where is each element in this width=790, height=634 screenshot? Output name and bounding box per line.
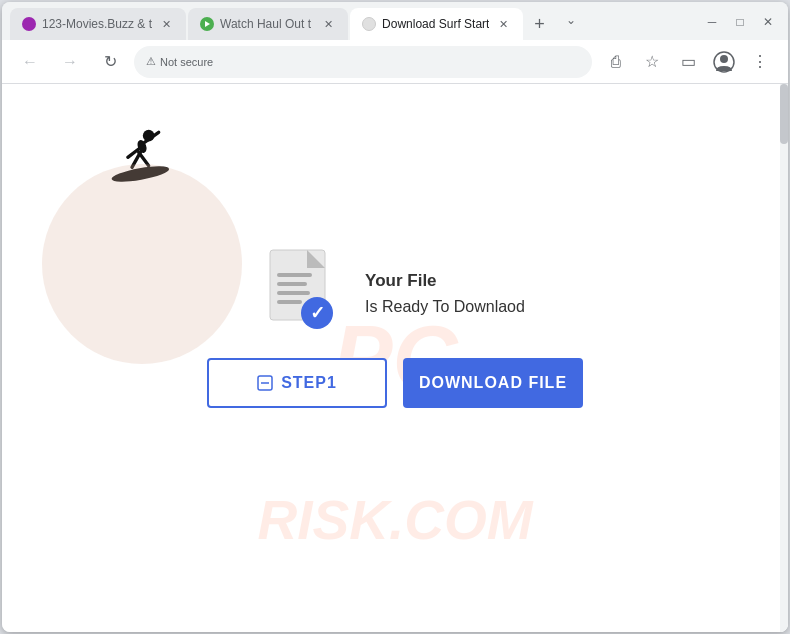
navigation-bar: ← → ↻ ⚠ Not secure ⎙ ☆ ▭ ⋮: [2, 40, 788, 84]
tab-list-button[interactable]: ⌄: [555, 4, 587, 36]
download-section: ✓ Your File Is Ready To Downlaod STEP1 D…: [207, 248, 583, 408]
tab-3-close[interactable]: ✕: [495, 16, 511, 32]
window-controls: ─ □ ✕: [700, 10, 780, 34]
bookmark-button[interactable]: ☆: [636, 46, 668, 78]
title-bar: 123-Movies.Buzz & t ✕ Watch Haul Out t ✕…: [2, 2, 788, 40]
share-button[interactable]: ⎙: [600, 46, 632, 78]
file-icon: ✓: [265, 248, 345, 338]
file-ready-line2: Is Ready To Downlaod: [365, 294, 525, 320]
svg-line-9: [139, 152, 149, 165]
scrollbar-thumb[interactable]: [780, 84, 788, 144]
tab-2-favicon: [200, 17, 214, 31]
forward-button[interactable]: →: [54, 46, 86, 78]
address-bar[interactable]: ⚠ Not secure: [134, 46, 592, 78]
svg-text:✓: ✓: [310, 303, 325, 323]
download-label: DOWNLOAD FILE: [419, 374, 567, 392]
warning-icon: ⚠: [146, 55, 156, 68]
page-content: PC RISK.COM: [2, 84, 788, 632]
browser-window: 123-Movies.Buzz & t ✕ Watch Haul Out t ✕…: [2, 2, 788, 632]
tab-2-title: Watch Haul Out t: [220, 17, 314, 31]
download-file-button[interactable]: DOWNLOAD FILE: [403, 358, 583, 408]
file-ready-text: Your File Is Ready To Downlaod: [365, 267, 525, 320]
action-buttons: STEP1 DOWNLOAD FILE: [207, 358, 583, 408]
maximize-button[interactable]: □: [728, 10, 752, 34]
svg-point-10: [111, 163, 170, 185]
menu-button[interactable]: ⋮: [744, 46, 776, 78]
close-button[interactable]: ✕: [756, 10, 780, 34]
step1-button[interactable]: STEP1: [207, 358, 387, 408]
security-label: Not secure: [160, 56, 213, 68]
nav-actions: ⎙ ☆ ▭ ⋮: [600, 46, 776, 78]
tab-3[interactable]: Download Surf Start ✕: [350, 8, 523, 40]
svg-rect-15: [277, 291, 310, 295]
step1-label: STEP1: [281, 374, 337, 392]
svg-rect-16: [277, 300, 302, 304]
tab-1[interactable]: 123-Movies.Buzz & t ✕: [10, 8, 186, 40]
tab-2[interactable]: Watch Haul Out t ✕: [188, 8, 348, 40]
scrollbar[interactable]: [780, 84, 788, 632]
security-indicator: ⚠ Not secure: [146, 55, 213, 68]
tab-1-favicon: [22, 17, 36, 31]
reload-button[interactable]: ↻: [94, 46, 126, 78]
svg-rect-14: [277, 282, 307, 286]
surfer-icon: [82, 114, 182, 204]
tab-1-close[interactable]: ✕: [158, 16, 174, 32]
back-button[interactable]: ←: [14, 46, 46, 78]
profile-button[interactable]: [708, 46, 740, 78]
file-ready-container: ✓ Your File Is Ready To Downlaod: [265, 248, 525, 338]
svg-rect-13: [277, 273, 312, 277]
tab-3-favicon: [362, 17, 376, 31]
new-tab-button[interactable]: +: [525, 10, 553, 38]
tab-2-close[interactable]: ✕: [320, 16, 336, 32]
file-ready-line1: Your File: [365, 267, 525, 294]
step1-icon: [257, 375, 273, 391]
surfer-logo: [82, 114, 182, 208]
minimize-button[interactable]: ─: [700, 10, 724, 34]
tab-1-title: 123-Movies.Buzz & t: [42, 17, 152, 31]
tab-3-title: Download Surf Start: [382, 17, 489, 31]
document-icon: ✓: [265, 248, 345, 338]
svg-point-3: [720, 55, 728, 63]
cast-button[interactable]: ▭: [672, 46, 704, 78]
watermark-risk: RISK.COM: [258, 488, 533, 552]
